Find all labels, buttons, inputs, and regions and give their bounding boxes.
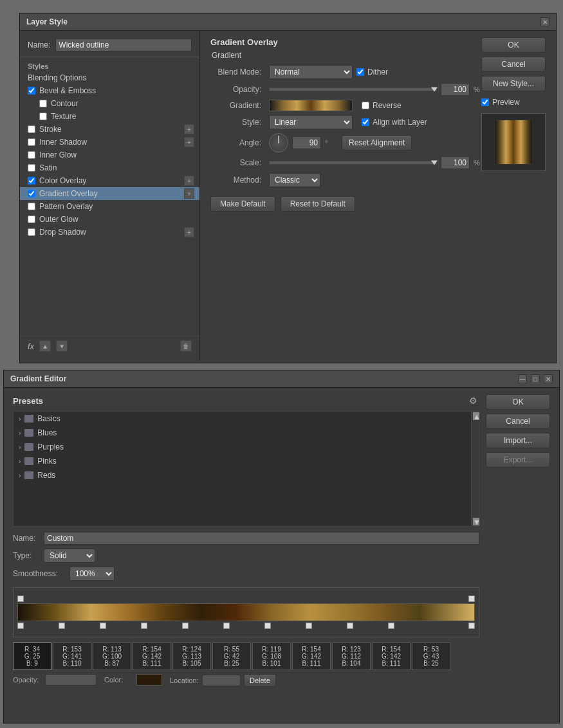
ge-close-button[interactable]: ✕ bbox=[544, 374, 553, 383]
move-down-button[interactable]: ▼ bbox=[56, 340, 68, 352]
color-stop-3[interactable] bbox=[141, 623, 147, 629]
color-stop-5[interactable] bbox=[223, 623, 230, 629]
blending-options-item[interactable]: Blending Options bbox=[20, 71, 199, 84]
color-stop-7[interactable] bbox=[306, 623, 312, 629]
scale-slider[interactable] bbox=[269, 161, 437, 165]
preset-blues[interactable]: › Blues bbox=[14, 426, 471, 440]
angle-input[interactable] bbox=[292, 136, 321, 149]
scroll-up-arrow[interactable]: ▲ bbox=[473, 412, 479, 420]
color-stop-0[interactable] bbox=[17, 623, 24, 629]
add-effect-button[interactable]: ▲ bbox=[39, 340, 51, 352]
color-stop-info-4[interactable]: R: 124G: 113B: 105 bbox=[172, 642, 211, 670]
gear-button[interactable]: ⚙ bbox=[466, 394, 479, 407]
color-stop-9[interactable] bbox=[388, 623, 394, 629]
opacity-input[interactable] bbox=[441, 83, 470, 96]
inner-shadow-checkbox[interactable] bbox=[28, 138, 35, 146]
presets-scrollbar[interactable]: ▲ ▼ bbox=[472, 411, 479, 527]
outer-glow-checkbox[interactable] bbox=[28, 215, 35, 223]
bevel-emboss-checkbox[interactable] bbox=[28, 87, 35, 95]
contour-checkbox[interactable] bbox=[39, 100, 47, 107]
color-stop-8[interactable] bbox=[347, 623, 353, 629]
opacity-slider[interactable] bbox=[269, 87, 437, 91]
ge-export-button[interactable]: Export... bbox=[486, 452, 550, 468]
smoothness-select[interactable]: 100% 75% 50% bbox=[69, 567, 115, 581]
texture-item[interactable]: Texture bbox=[20, 110, 199, 123]
reverse-checkbox[interactable] bbox=[362, 102, 369, 109]
pattern-overlay-item[interactable]: Pattern Overlay bbox=[20, 200, 199, 213]
make-default-button[interactable]: Make Default bbox=[210, 196, 275, 212]
gradient-bar[interactable] bbox=[17, 603, 475, 621]
new-style-button[interactable]: New Style... bbox=[481, 76, 546, 91]
drop-shadow-plus-button[interactable]: + bbox=[184, 227, 194, 237]
reset-to-default-button[interactable]: Reset to Default bbox=[281, 196, 355, 212]
inner-glow-item[interactable]: Inner Glow bbox=[20, 149, 199, 161]
delete-stop-button[interactable]: Delete bbox=[244, 674, 276, 687]
gradient-overlay-checkbox[interactable] bbox=[28, 190, 35, 197]
color-overlay-checkbox[interactable] bbox=[28, 177, 35, 185]
angle-dial[interactable] bbox=[269, 133, 288, 152]
opacity-stop-right[interactable] bbox=[468, 596, 475, 602]
gradient-overlay-item[interactable]: Gradient Overlay + bbox=[20, 187, 199, 200]
color-stop-info-9[interactable]: R: 154G: 142B: 111 bbox=[372, 642, 411, 670]
drop-shadow-checkbox[interactable] bbox=[28, 228, 35, 236]
scale-input[interactable] bbox=[441, 156, 470, 169]
preview-checkbox[interactable] bbox=[481, 98, 489, 106]
stroke-item[interactable]: Stroke + bbox=[20, 123, 199, 136]
stroke-plus-button[interactable]: + bbox=[184, 124, 194, 134]
name-input[interactable] bbox=[55, 39, 192, 51]
color-stop-info-8[interactable]: R: 123G: 112B: 104 bbox=[332, 642, 371, 670]
stroke-checkbox[interactable] bbox=[28, 125, 35, 133]
satin-checkbox[interactable] bbox=[28, 164, 35, 172]
preset-purples[interactable]: › Purples bbox=[14, 440, 471, 454]
scroll-down-arrow[interactable]: ▼ bbox=[473, 518, 479, 525]
color-stop-info-3[interactable]: R: 154G: 142B: 111 bbox=[133, 642, 171, 670]
minimize-button[interactable]: — bbox=[518, 374, 527, 383]
style-select[interactable]: Linear Radial Angle bbox=[269, 115, 353, 129]
color-stop-info-5[interactable]: R: 55G: 42B: 25 bbox=[212, 642, 251, 670]
type-select[interactable]: Solid Noise bbox=[44, 549, 95, 563]
color-stop-info-2[interactable]: R: 113G: 100B: 87 bbox=[93, 642, 131, 670]
bevel-emboss-item[interactable]: Bevel & Emboss bbox=[20, 84, 199, 97]
color-stop-6[interactable] bbox=[264, 623, 271, 629]
location-input[interactable] bbox=[202, 675, 241, 686]
color-stop-10[interactable] bbox=[468, 623, 475, 629]
inner-glow-checkbox[interactable] bbox=[28, 151, 35, 159]
color-stop-info-0[interactable]: R: 34G: 25B: 9 bbox=[13, 642, 51, 670]
color-stop-info-10[interactable]: R: 53G: 43B: 25 bbox=[412, 642, 450, 670]
color-overlay-item[interactable]: Color Overlay + bbox=[20, 174, 199, 187]
inner-shadow-plus-button[interactable]: + bbox=[184, 137, 194, 147]
color-swatch[interactable] bbox=[136, 674, 162, 686]
gradient-name-input[interactable] bbox=[44, 532, 479, 545]
blend-mode-select[interactable]: Normal Multiply Screen bbox=[269, 65, 353, 79]
method-select[interactable]: Classic Perceptual bbox=[269, 173, 320, 187]
opacity-stop-left[interactable] bbox=[17, 596, 24, 602]
presets-list[interactable]: › Basics › Blues › Purples bbox=[13, 411, 472, 527]
texture-checkbox[interactable] bbox=[39, 113, 47, 120]
gradient-preview[interactable] bbox=[269, 100, 353, 111]
contour-item[interactable]: Contour bbox=[20, 97, 199, 110]
color-stop-4[interactable] bbox=[182, 623, 189, 629]
cancel-button[interactable]: Cancel bbox=[481, 57, 546, 72]
maximize-button[interactable]: □ bbox=[531, 374, 540, 383]
close-button[interactable]: ✕ bbox=[540, 17, 549, 26]
stops-opacity-input[interactable] bbox=[45, 674, 97, 686]
ge-ok-button[interactable]: OK bbox=[486, 394, 550, 410]
ge-import-button[interactable]: Import... bbox=[486, 433, 550, 448]
align-layer-checkbox[interactable] bbox=[362, 118, 369, 126]
ge-cancel-button[interactable]: Cancel bbox=[486, 414, 550, 429]
color-stop-2[interactable] bbox=[100, 623, 106, 629]
inner-shadow-item[interactable]: Inner Shadow + bbox=[20, 136, 199, 149]
delete-effect-button[interactable]: 🗑 bbox=[180, 340, 192, 352]
preset-basics[interactable]: › Basics bbox=[14, 412, 471, 426]
outer-glow-item[interactable]: Outer Glow bbox=[20, 213, 199, 226]
color-overlay-plus-button[interactable]: + bbox=[184, 176, 194, 186]
color-stop-info-7[interactable]: R: 154G: 142B: 111 bbox=[292, 642, 331, 670]
reset-alignment-button[interactable]: Reset Alignment bbox=[342, 135, 412, 150]
gradient-overlay-plus-button[interactable]: + bbox=[184, 188, 194, 199]
pattern-overlay-checkbox[interactable] bbox=[28, 203, 35, 210]
ok-button[interactable]: OK bbox=[481, 37, 546, 53]
color-stop-info-6[interactable]: R: 119G: 108B: 101 bbox=[252, 642, 291, 670]
color-stop-info-1[interactable]: R: 153G: 141B: 110 bbox=[53, 642, 91, 670]
color-stop-1[interactable] bbox=[59, 623, 65, 629]
satin-item[interactable]: Satin bbox=[20, 161, 199, 174]
